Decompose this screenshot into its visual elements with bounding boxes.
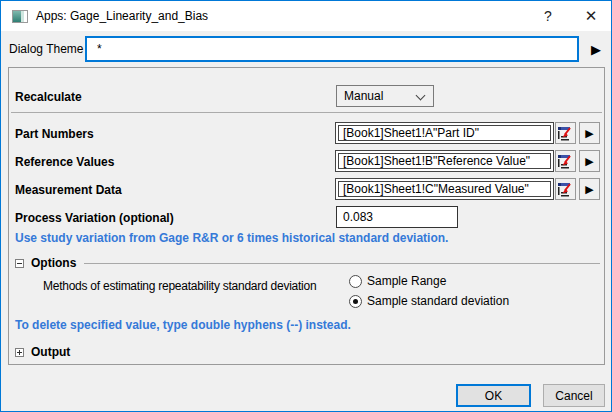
column-picker-icon [557, 153, 574, 170]
delete-value-hint: To delete specified value, type double h… [15, 318, 351, 332]
part-numbers-select-column-button[interactable] [555, 122, 576, 144]
radio-unselected-icon[interactable] [349, 275, 362, 288]
gage-linearity-and-bias-dialog: Apps: Gage_Linearity_and_Bias ? ✕ Dialog… [0, 0, 612, 412]
part-numbers-input[interactable]: [Book1]Sheet1!A"Part ID" [335, 122, 554, 144]
recalculate-dropdown[interactable]: Manual [336, 85, 434, 107]
reference-values-value: [Book1]Sheet1!B"Reference Value" [338, 153, 551, 169]
radio-selected-icon[interactable] [349, 295, 362, 308]
part-numbers-label: Part Numbers [15, 127, 94, 141]
sample-range-radio[interactable]: Sample Range [349, 273, 446, 289]
close-button[interactable]: ✕ [575, 1, 607, 31]
reference-values-label: Reference Values [15, 155, 114, 169]
ok-button[interactable]: OK [456, 384, 531, 407]
collapse-minus-icon[interactable] [15, 259, 24, 268]
output-section-header: Output [15, 345, 600, 359]
output-section-label: Output [31, 345, 70, 359]
process-variation-label: Process Variation (optional) [15, 211, 174, 225]
play-icon: ▶ [585, 183, 593, 196]
reference-values-input[interactable]: [Book1]Sheet1!B"Reference Value" [335, 150, 554, 172]
play-icon: ▶ [585, 155, 593, 168]
part-numbers-value: [Book1]Sheet1!A"Part ID" [338, 125, 551, 141]
dialog-theme-label: Dialog Theme [9, 42, 83, 56]
process-variation-hint: Use study variation from Gage R&R or 6 t… [15, 231, 448, 245]
dialog-theme-input[interactable] [85, 36, 579, 62]
sample-standard-deviation-radio[interactable]: Sample standard deviation [349, 293, 509, 309]
chevron-down-icon [416, 91, 426, 101]
settings-panel: Recalculate Manual Part Numbers [Book1]S… [8, 67, 605, 365]
play-icon: ▶ [585, 127, 593, 140]
play-icon: ▶ [591, 42, 601, 57]
process-variation-input[interactable] [336, 206, 458, 228]
section-rule [84, 263, 600, 264]
options-section-header: Options [15, 256, 600, 270]
theme-flyout-button[interactable]: ▶ [585, 37, 607, 61]
column-picker-icon [557, 125, 574, 142]
methods-label: Methods of estimating repeatability stan… [43, 279, 316, 293]
measurement-data-input[interactable]: [Book1]Sheet1!C"Measured Value" [335, 178, 554, 200]
reference-values-flyout-button[interactable]: ▶ [579, 150, 600, 172]
part-numbers-flyout-button[interactable]: ▶ [579, 122, 600, 144]
measurement-data-flyout-button[interactable]: ▶ [579, 178, 600, 200]
reference-values-select-column-button[interactable] [555, 150, 576, 172]
cancel-button[interactable]: Cancel [543, 384, 605, 407]
measurement-data-label: Measurement Data [15, 183, 122, 197]
separator-line [11, 112, 602, 113]
title-bar: Apps: Gage_Linearity_and_Bias ? ✕ [1, 1, 611, 31]
sample-range-label: Sample Range [367, 274, 446, 288]
expand-plus-icon[interactable] [15, 348, 24, 357]
options-section-label: Options [31, 256, 76, 270]
app-icon [12, 10, 28, 23]
window-title: Apps: Gage_Linearity_and_Bias [36, 9, 208, 23]
help-button[interactable]: ? [532, 1, 564, 31]
column-picker-icon [557, 181, 574, 198]
sample-standard-deviation-label: Sample standard deviation [367, 294, 509, 308]
recalculate-label: Recalculate [15, 90, 82, 104]
recalculate-value: Manual [344, 89, 383, 103]
measurement-data-value: [Book1]Sheet1!C"Measured Value" [338, 181, 551, 197]
measurement-data-select-column-button[interactable] [555, 178, 576, 200]
